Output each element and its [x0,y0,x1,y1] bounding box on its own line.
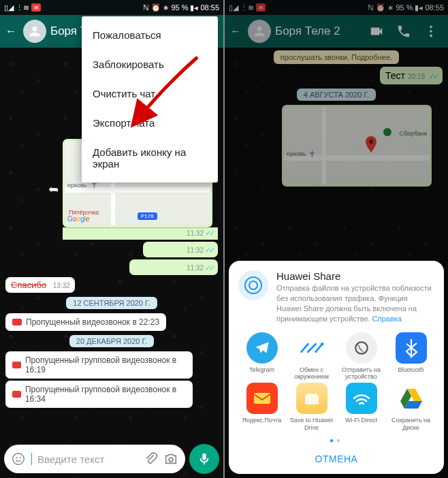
route-badge: P178 [138,212,157,220]
share-sheet: Huawei Share Отправка файлов на устройст… [229,261,444,474]
message-in[interactable]: Спасибо 13:32 [5,277,75,293]
menu-shortcut[interactable]: Добавить иконку на экран [82,138,218,178]
menu-clear[interactable]: Очистить чат [82,79,218,108]
menu-report[interactable]: Пожаловаться [82,20,218,50]
forward-icon[interactable]: ➦ [48,182,59,197]
google-logo: Google [67,215,89,223]
date-separator: 20 ДЕКАБРЯ 2020 Г. [69,335,154,347]
phone-left: ▯◢ ⋮≋ ✉ ℕ ⏰ ∗ 95 % ▮◂ 08:55 ← Боря Т про… [0,0,223,478]
nfc-icon: ℕ [143,3,149,12]
battery-icon: ▮◂ [190,3,198,12]
missed-call[interactable]: Пропущенный видеозвонок в 22:23 [5,313,166,331]
share-telegram[interactable]: Telegram [238,332,285,381]
composer: Введите текст [4,444,219,474]
read-ticks-icon: ✓✓ [205,229,213,237]
emoji-icon[interactable] [11,451,26,466]
video-missed-icon [12,391,21,398]
input-placeholder: Введите текст [37,453,138,465]
battery-pct: 95 % [171,3,188,12]
bluetooth-icon: ∗ [163,3,169,12]
mail-icon: ✉ [31,3,41,12]
video-missed-icon [12,362,21,368]
back-button[interactable]: ← [3,25,19,37]
avatar[interactable] [23,20,46,43]
menu-block[interactable]: Заблокировать [82,50,218,79]
share-huawei-drive[interactable]: Save to Huawei Drive [288,383,335,431]
date-separator: 12 СЕНТЯБРЯ 2020 Г. [66,297,157,309]
status-bar: ▯◢ ⋮≋ ✉ ℕ ⏰ ∗ 95 % ▮◂ 08:55 [0,0,223,15]
share-nearby[interactable]: Обмен с окружением [288,332,335,381]
clock: 08:55 [200,3,219,12]
svg-point-0 [13,453,25,465]
page-indicator: ●● [238,436,434,444]
svg-rect-10 [254,393,270,404]
share-bluetooth[interactable]: Bluetooth [387,332,434,381]
mic-button[interactable] [189,444,219,474]
help-link[interactable]: Справка [372,315,402,323]
phone-right: ▯◢ ⋮≋ ✉ ℕ ⏰ ∗ 95 % ▮◂ 08:55 ← Боря Теле … [225,0,448,478]
video-missed-icon [12,319,22,325]
svg-point-2 [20,457,21,458]
svg-point-9 [355,342,367,353]
sheet-title: Huawei Share [276,270,434,282]
share-google-drive[interactable]: Сохранить на Диске [387,383,434,431]
share-send-device[interactable]: Отправить на устройство [338,332,385,381]
map-church-label: ерковь [67,182,87,189]
menu-export[interactable]: Экспорт чата [82,108,218,138]
camera-icon[interactable] [163,451,178,466]
signal-icon: ▯◢ [4,3,14,12]
cancel-button[interactable]: ОТМЕНА [238,447,434,467]
svg-point-3 [169,458,173,462]
missed-call[interactable]: Пропущенный групповой видеозвонок в 16:1… [5,351,193,379]
message-out[interactable]: 11:32✓✓ [129,259,218,275]
sheet-desc: Отправка файлов на устройства поблизости… [276,283,434,323]
attach-icon[interactable] [143,451,158,466]
huawei-share-icon [238,270,268,300]
message-out[interactable]: 11:32✓✓ [143,242,218,257]
wifi-icon: ⋮≋ [16,3,29,12]
missed-call[interactable]: Пропущенный групповой видеозвонок в 16:3… [5,381,193,408]
alarm-icon: ⏰ [151,3,161,12]
svg-point-1 [16,457,17,458]
message-input[interactable]: Введите текст [4,445,185,473]
share-wifi-direct[interactable]: Wi-Fi Direct [338,383,385,431]
svg-point-8 [320,342,323,346]
share-yandex-mail[interactable]: Яндекс.Почта [238,383,285,431]
overflow-menu: Пожаловаться Заблокировать Очистить чат … [82,16,218,182]
store-label: Пятёрочка [69,209,99,216]
